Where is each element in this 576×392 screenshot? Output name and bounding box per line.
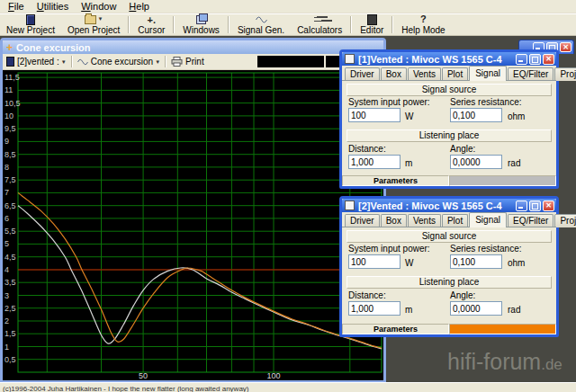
power-label: System input power: [348, 244, 430, 254]
svg-text:7: 7 [4, 188, 9, 197]
menu-utilities[interactable]: Utilities [31, 0, 75, 13]
tab-plot[interactable]: Plot [442, 214, 468, 227]
parameters-panel: Parameters [342, 324, 449, 334]
editor-icon [367, 14, 377, 24]
question-icon: ? [420, 14, 427, 24]
distance-unit: m [405, 305, 412, 315]
resistance-label: Series resistance: [450, 97, 521, 107]
project-icon [6, 57, 14, 67]
svg-text:10,5: 10,5 [4, 99, 21, 108]
menu-bar: File Utilities Window Help [0, 0, 576, 13]
close-icon[interactable]: ✕ [543, 200, 554, 211]
new-project-icon [26, 14, 35, 24]
help-mode-button[interactable]: ? Help Mode [395, 14, 451, 35]
print-button[interactable]: Print [167, 55, 208, 68]
tab-vents[interactable]: Vents [408, 214, 441, 227]
editor-button[interactable]: Editor [354, 14, 390, 35]
svg-text:9: 9 [4, 137, 9, 146]
svg-text:100: 100 [266, 371, 280, 380]
distance-unit: m [405, 158, 412, 168]
dialog1-tabs: Driver Box Vents Plot Signal EQ/Filter P… [342, 66, 556, 81]
signal-source-header: Signal source [346, 84, 552, 96]
tab-driver[interactable]: Driver [345, 214, 380, 227]
maximize-button[interactable] [529, 54, 541, 65]
dialog1-titlebar[interactable]: [1]Vented : Mivoc WS 1565 C-4 ✕ [342, 52, 556, 66]
tab-plot[interactable]: Plot [442, 67, 468, 81]
svg-text:1: 1 [4, 343, 9, 352]
maximize-button[interactable] [529, 200, 541, 211]
help-mode-label: Help Mode [401, 25, 445, 35]
tab-driver[interactable]: Driver [345, 67, 380, 81]
resistance-input[interactable] [450, 108, 502, 122]
cursor-label: Cursor [138, 25, 165, 35]
signal-gen-label: Signal Gen. [238, 25, 284, 35]
dialog1-title: [1]Vented : Mivoc WS 1565 C-4 [358, 54, 502, 65]
windows-button[interactable]: Windows [176, 14, 226, 35]
distance-input[interactable] [348, 155, 400, 169]
tab-signal[interactable]: Signal [469, 66, 507, 81]
calculators-button[interactable]: Calculators [291, 14, 348, 35]
svg-text:2,5: 2,5 [4, 304, 16, 313]
tab-project[interactable]: Project [554, 214, 576, 227]
svg-text:3: 3 [4, 291, 9, 300]
svg-text:6,5: 6,5 [4, 201, 16, 210]
tab-project[interactable]: Project [554, 67, 576, 81]
calculators-label: Calculators [297, 25, 342, 35]
menu-file[interactable]: File [2, 0, 31, 13]
listening-place-header: Listening place [346, 129, 552, 142]
toolbar-separator [392, 16, 393, 33]
open-project-label: Open Project [68, 25, 120, 35]
menu-window[interactable]: Window [75, 0, 122, 13]
power-input[interactable] [348, 254, 400, 269]
dialog1-signal-panel: Signal source System input power: Series… [342, 81, 556, 175]
windows-label: Windows [183, 25, 220, 35]
distance-label: Distance: [348, 144, 386, 154]
cone-excursion-plot[interactable]: 0,511,522,533,544,555,566,577,588,599,51… [3, 70, 383, 380]
distance-input[interactable] [348, 301, 400, 316]
svg-text:11: 11 [4, 85, 13, 94]
svg-text:8: 8 [4, 163, 9, 172]
tab-vents[interactable]: Vents [408, 67, 441, 81]
dialog2-titlebar[interactable]: [2]Vented : Mivoc WS 1565 C-4 ✕ [342, 199, 556, 212]
tab-box[interactable]: Box [381, 67, 407, 81]
angle-input[interactable] [450, 301, 502, 316]
plot-type-dropdown[interactable]: Cone excursion ▼ [74, 55, 164, 68]
svg-text:0,5: 0,5 [4, 355, 16, 364]
power-input[interactable] [348, 108, 400, 122]
open-project-button[interactable]: ▼ Open Project [61, 14, 126, 35]
listening-place-header: Listening place [346, 276, 552, 289]
cone-excursion-window: + Cone excursion [2]vented : ▼ Cone excu… [0, 38, 386, 382]
project-selector-label: [2]vented : [17, 57, 59, 67]
resistance-input[interactable] [450, 254, 502, 269]
new-project-button[interactable]: New Project [0, 14, 61, 35]
minimize-button[interactable] [516, 54, 527, 65]
tab-signal[interactable]: Signal [469, 212, 507, 227]
print-label: Print [185, 57, 204, 67]
cone-excursion-titlebar[interactable]: + Cone excursion [3, 40, 383, 54]
hifi-forum-watermark: hifi-forum.de [447, 349, 562, 375]
toolbar-separator [173, 16, 175, 33]
minimize-button[interactable] [516, 200, 527, 211]
close-icon[interactable]: ✕ [560, 42, 572, 52]
menu-help[interactable]: Help [122, 0, 156, 13]
power-label: System input power: [348, 97, 430, 107]
cursor-button[interactable]: +. Cursor [131, 14, 171, 35]
distance-label: Distance: [348, 290, 386, 300]
tab-box[interactable]: Box [381, 214, 407, 227]
close-icon[interactable]: ✕ [543, 54, 554, 65]
power-unit: W [405, 258, 413, 268]
sine-wave-icon [256, 14, 267, 24]
vented-2-dialog: [2]Vented : Mivoc WS 1565 C-4 ✕ Driver B… [339, 196, 559, 337]
resistance-unit: ohm [508, 111, 525, 121]
sliders-icon [314, 14, 325, 24]
angle-unit: rad [508, 305, 520, 315]
resistance-label: Series resistance: [450, 244, 521, 254]
printer-icon [171, 57, 183, 67]
dialog1-statusbar: Parameters [342, 175, 556, 186]
tab-eq-filter[interactable]: EQ/Filter [508, 67, 554, 81]
toolbar-separator [228, 16, 230, 33]
tab-eq-filter[interactable]: EQ/Filter [508, 214, 554, 227]
project-selector-dropdown[interactable]: [2]vented : ▼ [3, 55, 70, 68]
angle-input[interactable] [450, 155, 502, 169]
signal-gen-button[interactable]: Signal Gen. [231, 14, 291, 35]
